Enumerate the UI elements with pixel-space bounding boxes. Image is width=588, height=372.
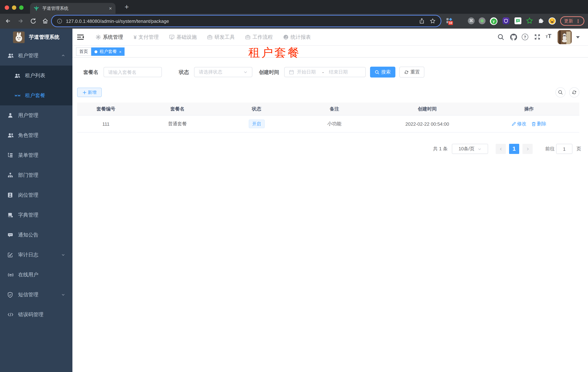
window-zoom-button[interactable] bbox=[19, 5, 23, 10]
tree-list-icon bbox=[8, 152, 14, 158]
reload-icon[interactable] bbox=[30, 18, 37, 24]
fullscreen-icon[interactable] bbox=[534, 34, 541, 40]
forward-icon[interactable] bbox=[17, 18, 24, 24]
profile-avatar-icon[interactable] bbox=[548, 17, 556, 25]
url-bar[interactable]: 127.0.0.1:48080/admin-ui/system/tenant/p… bbox=[52, 16, 441, 26]
sidebar-item-error-code[interactable]: 错误码管理 bbox=[0, 305, 73, 325]
goto-page-field bbox=[556, 144, 572, 154]
font-size-icon[interactable]: TT bbox=[546, 33, 551, 40]
top-menu-workflow[interactable]: 工作流程 bbox=[245, 34, 273, 40]
bookmark-star-icon[interactable] bbox=[430, 18, 436, 24]
date-end-placeholder: 结束日期 bbox=[329, 69, 348, 75]
badge-icon bbox=[8, 192, 14, 198]
extension-shield-icon[interactable] bbox=[503, 17, 509, 24]
extension-badge: 10 bbox=[448, 21, 453, 25]
sidebar-item-dict-management[interactable]: 字典管理 bbox=[0, 205, 73, 225]
back-icon[interactable] bbox=[5, 18, 11, 24]
update-button[interactable]: 更新 ⋮ bbox=[560, 16, 584, 26]
active-tag-dot bbox=[94, 50, 97, 53]
page-size-select[interactable]: 10条/页 bbox=[452, 144, 488, 154]
github-icon[interactable] bbox=[510, 34, 517, 41]
screen: 芋道管理系统 × + 127.0.0.1:48080/admin-ui/syst… bbox=[0, 0, 588, 372]
browser-toolbar: 127.0.0.1:48080/admin-ui/system/tenant/p… bbox=[0, 14, 588, 29]
filter-date-range[interactable]: 开始日期 - 结束日期 bbox=[284, 67, 366, 77]
home-icon[interactable] bbox=[42, 18, 49, 24]
extension-y-icon[interactable]: y bbox=[490, 17, 497, 25]
delete-link[interactable]: 删除 bbox=[532, 121, 546, 127]
top-menu-system[interactable]: 系统管理 bbox=[95, 34, 123, 40]
extension-chat-icon[interactable] bbox=[514, 17, 521, 24]
goto-label: 前往 bbox=[545, 144, 555, 154]
prev-page-button[interactable] bbox=[496, 144, 506, 154]
edit-link[interactable]: 修改 bbox=[512, 121, 526, 127]
window-close-button[interactable] bbox=[5, 5, 9, 10]
site-info-icon[interactable] bbox=[57, 18, 62, 24]
extension-dot-icon[interactable] bbox=[479, 17, 485, 24]
sidebar-item-tenant-list[interactable]: 租户列表 bbox=[0, 65, 73, 85]
sidebar-item-sms-management[interactable]: 短信管理 bbox=[0, 285, 73, 305]
sidebar-item-audit-log[interactable]: 审计日志 bbox=[0, 245, 73, 265]
sidebar-item-post-management[interactable]: 岗位管理 bbox=[0, 185, 73, 205]
tab-close-icon[interactable]: × bbox=[109, 6, 112, 11]
top-menu-infrastructure[interactable]: 基础设施 bbox=[169, 34, 197, 40]
goto-page-input[interactable] bbox=[556, 144, 572, 154]
new-tab-button[interactable]: + bbox=[122, 2, 131, 11]
help-icon[interactable]: ? bbox=[522, 34, 528, 40]
trash-icon bbox=[532, 122, 536, 126]
filter-status-select[interactable]: 请选择状态 bbox=[194, 67, 252, 77]
app-logo-row[interactable]: 芋道管理系统 bbox=[0, 29, 73, 46]
sidebar-item-notice[interactable]: 通知公告 bbox=[0, 225, 73, 245]
sidebar-item-menu-management[interactable]: 菜单管理 bbox=[0, 145, 73, 165]
filter-status-label: 状态 bbox=[179, 67, 189, 77]
url-text[interactable]: 127.0.0.1:48080/admin-ui/system/tenant/p… bbox=[66, 18, 414, 24]
tag-close-icon[interactable]: × bbox=[119, 49, 121, 54]
extension-cmd-icon[interactable]: ⌘ bbox=[468, 17, 475, 24]
extension-tiles-icon[interactable]: 10 bbox=[446, 17, 452, 24]
add-button[interactable]: 新增 bbox=[77, 88, 102, 97]
tag-home[interactable]: 首页 bbox=[76, 47, 91, 56]
sidebar-item-user-management[interactable]: 用户管理 bbox=[0, 106, 73, 125]
sidebar-item-role-management[interactable]: 角色管理 bbox=[0, 125, 73, 145]
reset-button[interactable]: 重置 bbox=[399, 67, 424, 77]
sidebar-item-tenant-package[interactable]: 租户套餐 bbox=[0, 85, 73, 106]
users-icon bbox=[8, 53, 14, 58]
column-header-created: 创建时间 bbox=[376, 103, 479, 115]
tag-tenant-package[interactable]: 租户套餐 × bbox=[91, 47, 125, 56]
sidebar-item-department-management[interactable]: 部门管理 bbox=[0, 165, 73, 185]
column-header-actions: 操作 bbox=[479, 103, 579, 115]
avatar-caret-down-icon[interactable] bbox=[576, 36, 580, 38]
toolbox-icon bbox=[207, 34, 213, 40]
extensions-puzzle-icon[interactable] bbox=[538, 17, 544, 24]
show-search-button[interactable] bbox=[556, 87, 566, 97]
browser-tab[interactable]: 芋道管理系统 × bbox=[30, 3, 116, 14]
cell-created-at: 2022-02-22 00:54:00 bbox=[376, 116, 479, 132]
browser-menu-icon[interactable]: ⋮ bbox=[576, 18, 580, 24]
top-menu: 系统管理 ¥ 支付管理 基础设施 研发工具 bbox=[95, 29, 311, 46]
extension-star-icon[interactable] bbox=[526, 17, 533, 24]
monitor-check-icon bbox=[169, 34, 175, 40]
refresh-button[interactable] bbox=[569, 87, 579, 97]
top-menu-devtools[interactable]: 研发工具 bbox=[207, 34, 235, 40]
sidebar-item-online-users[interactable]: 在线用户 bbox=[0, 265, 73, 285]
filter-name-input[interactable] bbox=[104, 67, 161, 77]
search-button[interactable]: 搜索 bbox=[370, 67, 395, 77]
top-menu-reports[interactable]: 统计报表 bbox=[283, 34, 311, 40]
org-tree-icon bbox=[8, 172, 14, 178]
goto-unit-label: 页 bbox=[577, 144, 581, 154]
user-avatar[interactable] bbox=[557, 30, 572, 44]
tags-bar: 首页 租户套餐 × bbox=[73, 46, 588, 58]
users-icon bbox=[8, 133, 14, 138]
window-minimize-button[interactable] bbox=[12, 5, 16, 10]
search-icon[interactable] bbox=[497, 34, 504, 41]
pagination-total: 共 1 条 bbox=[433, 144, 448, 154]
dashboard-icon bbox=[283, 34, 289, 40]
top-menu-payment[interactable]: ¥ 支付管理 bbox=[134, 34, 159, 40]
calendar-icon bbox=[289, 70, 294, 74]
page-number-button[interactable]: 1 bbox=[509, 144, 519, 154]
app-logo-rabbit-image bbox=[13, 31, 25, 43]
sidebar-item-tenant-management[interactable]: 租户管理 bbox=[0, 46, 73, 65]
sidebar-fold-icon[interactable] bbox=[77, 34, 84, 40]
chevron-down-icon bbox=[61, 293, 65, 297]
next-page-button[interactable] bbox=[523, 144, 533, 154]
share-icon[interactable] bbox=[419, 18, 425, 24]
